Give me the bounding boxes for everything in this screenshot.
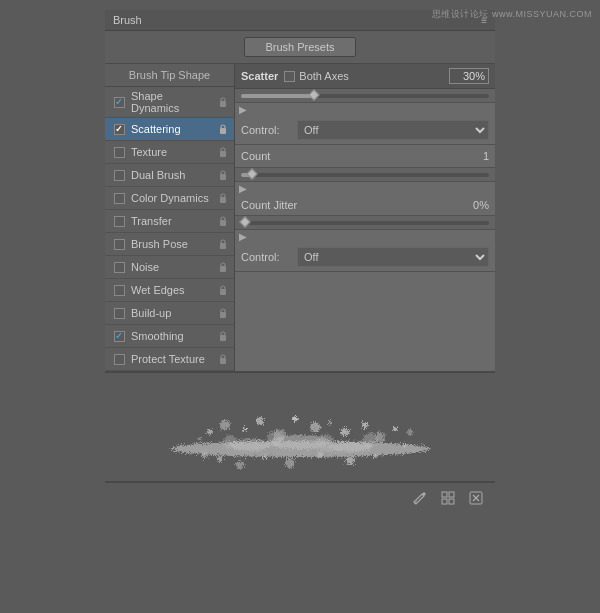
svg-point-35 [403, 443, 407, 447]
checkbox-noise[interactable] [111, 259, 127, 275]
count-slider-handle[interactable] [247, 168, 258, 179]
sidebar-label-texture: Texture [127, 146, 214, 158]
sidebar-item-protect-texture[interactable]: Protect Texture [105, 348, 234, 371]
control2-row: Control: Off Fade Pen Pressure [235, 243, 495, 272]
sidebar-section-title: Brush Tip Shape [105, 64, 234, 87]
control1-label: Control: [241, 124, 291, 136]
brush-panel: Brush ≡ Brush Presets Brush Tip Shape ✓ … [105, 10, 495, 513]
count-jitter-slider-container [235, 216, 495, 230]
checkbox-scattering[interactable]: ✓ [111, 121, 127, 137]
sidebar-item-build-up[interactable]: Build-up [105, 302, 234, 325]
sidebar-label-transfer: Transfer [127, 215, 214, 227]
count-value: 1 [483, 150, 489, 162]
both-axes-checkbox[interactable]: Both Axes [284, 70, 349, 82]
control1-select[interactable]: Off Fade Pen Pressure Pen Tilt Stylus Wh… [297, 120, 489, 140]
toolbar-bottom [105, 482, 495, 513]
svg-point-21 [341, 428, 349, 436]
lock-icon-protect-texture [216, 352, 230, 366]
sidebar-item-scattering[interactable]: ✓ Scattering [105, 118, 234, 141]
svg-rect-11 [220, 358, 226, 364]
control2-label: Control: [241, 251, 291, 263]
brush-presets-button[interactable]: Brush Presets [244, 37, 355, 57]
scatter-slider-handle[interactable] [309, 89, 320, 100]
svg-rect-8 [220, 289, 226, 295]
svg-rect-47 [449, 499, 454, 504]
svg-rect-2 [220, 151, 226, 157]
control1-row: Control: Off Fade Pen Pressure Pen Tilt … [235, 116, 495, 145]
svg-rect-44 [442, 492, 447, 497]
svg-point-24 [393, 427, 397, 431]
svg-point-25 [217, 456, 223, 462]
sidebar-label-brush-pose: Brush Pose [127, 238, 214, 250]
svg-rect-7 [220, 266, 226, 272]
sidebar-item-texture[interactable]: Texture [105, 141, 234, 164]
both-axes-label: Both Axes [299, 70, 349, 82]
lock-icon-noise [216, 260, 230, 274]
checkbox-dual-brush[interactable] [111, 167, 127, 183]
sidebar-label-smoothing: Smoothing [127, 330, 214, 342]
svg-rect-0 [220, 101, 226, 107]
svg-point-42 [363, 433, 377, 447]
checkbox-brush-pose[interactable] [111, 236, 127, 252]
sidebar-item-transfer[interactable]: Transfer [105, 210, 234, 233]
lock-icon-smoothing [216, 329, 230, 343]
count-slider-track[interactable] [241, 173, 489, 179]
svg-rect-4 [220, 197, 226, 203]
count-jitter-slider-handle[interactable] [239, 216, 250, 227]
main-content: Brush Tip Shape ✓ Shape Dynamics ✓ [105, 64, 495, 371]
control2-select[interactable]: Off Fade Pen Pressure [297, 247, 489, 267]
svg-rect-6 [220, 243, 226, 249]
checkbox-shape-dynamics[interactable]: ✓ [111, 94, 127, 110]
svg-point-32 [198, 437, 202, 441]
sidebar-label-build-up: Build-up [127, 307, 214, 319]
checkbox-transfer[interactable] [111, 213, 127, 229]
sidebar-item-noise[interactable]: Noise [105, 256, 234, 279]
svg-rect-9 [220, 312, 226, 318]
svg-point-39 [223, 435, 237, 449]
count-jitter-slider-track[interactable] [241, 221, 489, 227]
svg-point-26 [236, 461, 244, 469]
count-jitter-arrow: ▶ [235, 230, 495, 243]
sidebar-item-brush-pose[interactable]: Brush Pose [105, 233, 234, 256]
create-new-brush-icon[interactable] [409, 487, 431, 509]
sidebar: Brush Tip Shape ✓ Shape Dynamics ✓ [105, 64, 235, 371]
both-axes-cb[interactable] [284, 71, 295, 82]
svg-point-29 [317, 452, 323, 458]
scatter-slider-track[interactable] [241, 94, 489, 100]
sidebar-item-shape-dynamics[interactable]: ✓ Shape Dynamics [105, 87, 234, 118]
sidebar-item-wet-edges[interactable]: Wet Edges [105, 279, 234, 302]
lock-icon-color-dynamics [216, 191, 230, 205]
svg-point-34 [407, 429, 413, 435]
svg-point-30 [346, 457, 354, 465]
count-jitter-label: Count Jitter [241, 199, 473, 211]
count-row: Count 1 [235, 145, 495, 168]
svg-point-33 [202, 452, 208, 458]
checkbox-build-up[interactable] [111, 305, 127, 321]
sidebar-label-scattering: Scattering [127, 123, 214, 135]
svg-point-19 [310, 422, 320, 432]
watermark: 思维设计论坛 www.MISSYUAN.COM [432, 8, 592, 21]
svg-rect-46 [442, 499, 447, 504]
lock-icon-shape-dynamics [216, 95, 230, 109]
checkbox-color-dynamics[interactable] [111, 190, 127, 206]
svg-point-14 [220, 420, 230, 430]
sidebar-item-dual-brush[interactable]: Dual Brush [105, 164, 234, 187]
svg-point-40 [267, 431, 283, 447]
lock-icon-scattering [216, 122, 230, 136]
svg-rect-3 [220, 174, 226, 180]
scatter-value-input[interactable] [449, 68, 489, 84]
checkbox-protect-texture[interactable] [111, 351, 127, 367]
grid-view-icon[interactable] [437, 487, 459, 509]
lock-icon-dual-brush [216, 168, 230, 182]
delete-brush-icon[interactable] [465, 487, 487, 509]
checkbox-wet-edges[interactable] [111, 282, 127, 298]
scatter-slider-container [235, 89, 495, 103]
sidebar-item-smoothing[interactable]: ✓ Smoothing [105, 325, 234, 348]
sidebar-item-color-dynamics[interactable]: Color Dynamics [105, 187, 234, 210]
checkbox-smoothing[interactable]: ✓ [111, 328, 127, 344]
checkbox-texture[interactable] [111, 144, 127, 160]
lock-icon-build-up [216, 306, 230, 320]
count-slider-fill [241, 173, 489, 177]
sidebar-label-color-dynamics: Color Dynamics [127, 192, 214, 204]
scatter-arrow: ▶ [235, 103, 495, 116]
